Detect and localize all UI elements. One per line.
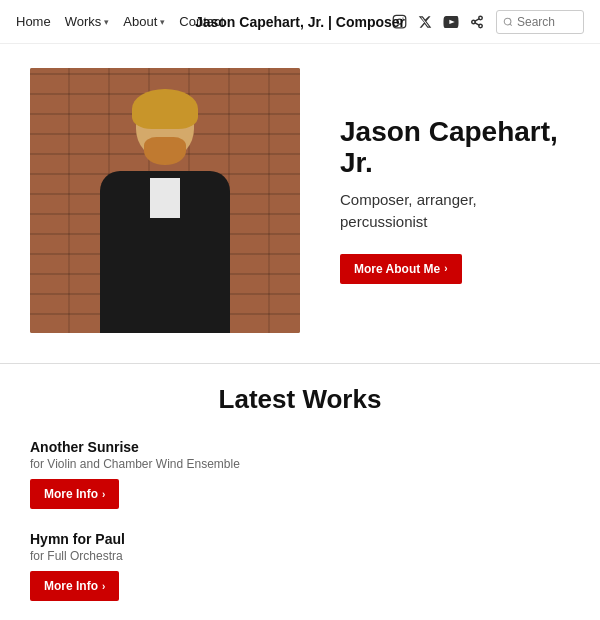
share-icon[interactable] (468, 13, 486, 31)
hero-section: Jason Capehart, Jr. Composer, arranger,p… (0, 44, 600, 363)
chevron-right-icon: › (102, 581, 105, 592)
hero-name: Jason Capehart, Jr. (340, 117, 570, 179)
nav-right (390, 10, 584, 34)
chevron-down-icon: ▾ (160, 17, 165, 27)
site-title: Jason Capehart, Jr. | Composer (195, 14, 405, 30)
svg-line-9 (510, 23, 512, 25)
more-about-me-button[interactable]: More About Me › (340, 254, 462, 284)
svg-line-7 (475, 18, 479, 20)
youtube-icon[interactable] (442, 13, 460, 31)
search-box[interactable] (496, 10, 584, 34)
hero-text: Jason Capehart, Jr. Composer, arranger,p… (340, 117, 570, 284)
work-title-1: Another Sunrise (30, 439, 570, 455)
hero-subtitle: Composer, arranger,percussionist (340, 189, 570, 234)
svg-point-8 (504, 18, 511, 25)
navbar: Home Works ▾ About ▾ Contact Jason Capeh… (0, 0, 600, 44)
work-item-1: Another Sunrise for Violin and Chamber W… (30, 439, 570, 509)
x-icon[interactable] (416, 13, 434, 31)
svg-line-6 (475, 22, 479, 24)
chevron-right-icon: › (102, 489, 105, 500)
chevron-down-icon: ▾ (104, 17, 109, 27)
work-item-2: Hymn for Paul for Full Orchestra More In… (30, 531, 570, 601)
work-title-2: Hymn for Paul (30, 531, 570, 547)
latest-works-section: Latest Works Another Sunrise for Violin … (0, 384, 600, 620)
nav-home[interactable]: Home (16, 14, 51, 29)
nav-links: Home Works ▾ About ▾ Contact (16, 14, 224, 29)
work-more-info-button-1[interactable]: More Info › (30, 479, 119, 509)
work-subtitle-1: for Violin and Chamber Wind Ensemble (30, 457, 570, 471)
hero-image (30, 68, 300, 333)
nav-works[interactable]: Works ▾ (65, 14, 110, 29)
search-icon (503, 17, 513, 27)
search-input[interactable] (517, 15, 577, 29)
latest-works-title: Latest Works (30, 384, 570, 415)
work-more-info-button-2[interactable]: More Info › (30, 571, 119, 601)
nav-about[interactable]: About ▾ (123, 14, 165, 29)
work-subtitle-2: for Full Orchestra (30, 549, 570, 563)
chevron-right-icon: › (444, 263, 447, 274)
